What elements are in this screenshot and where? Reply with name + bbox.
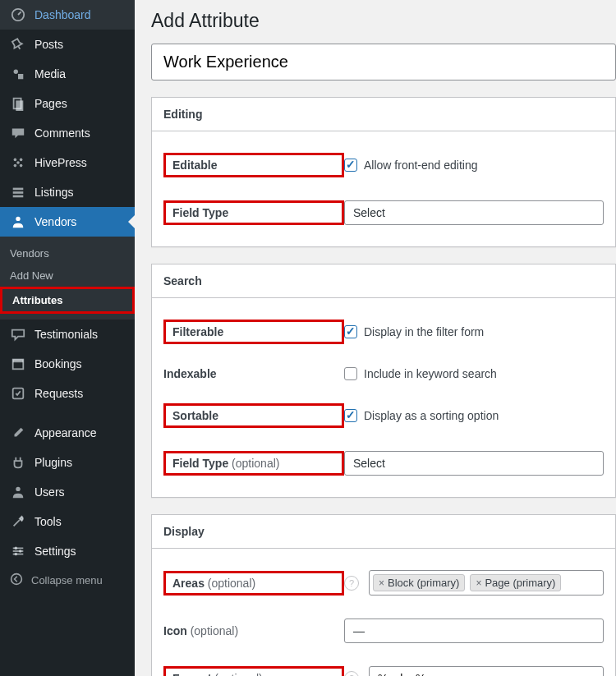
areas-tags-input[interactable]: ×Block (primary) ×Page (primary) [369, 570, 604, 596]
menu-users[interactable]: Users [0, 477, 135, 507]
svg-rect-14 [13, 360, 24, 363]
menu-label: Testimonials [34, 328, 98, 341]
menu-hivepress[interactable]: HivePress [0, 148, 135, 177]
editable-label: Editable [163, 153, 344, 177]
hivepress-icon [10, 154, 26, 171]
area-tag: ×Page (primary) [470, 574, 561, 591]
sortable-checkbox[interactable] [344, 409, 357, 422]
comments-icon [10, 125, 26, 141]
menu-label: HivePress [34, 156, 87, 169]
testimonials-icon [10, 326, 26, 343]
svg-point-12 [16, 217, 20, 221]
indexable-label: Indexable [163, 367, 344, 380]
menu-media[interactable]: Media [0, 59, 135, 89]
display-header: Display [152, 515, 615, 549]
menu-vendors[interactable]: Vendors [0, 207, 135, 237]
settings-icon [10, 543, 26, 559]
listings-icon [10, 184, 26, 200]
svg-point-20 [15, 547, 18, 550]
submenu-vendors-all[interactable]: Vendors [0, 242, 135, 264]
menu-label: Media [34, 67, 66, 80]
menu-label: Settings [34, 545, 76, 558]
sortable-label: Sortable [163, 403, 344, 428]
menu-label: Bookings [34, 357, 82, 370]
collapse-menu[interactable]: Collapse menu [0, 566, 135, 595]
format-label: Format (optional) [163, 666, 344, 676]
indexable-check-label: Include in keyword search [364, 367, 497, 380]
submenu-addnew[interactable]: Add New [0, 264, 135, 287]
plugin-icon [10, 454, 26, 471]
menu-appearance[interactable]: Appearance [0, 418, 135, 448]
submenu-attributes[interactable]: Attributes [0, 287, 135, 314]
menu-label: Users [34, 485, 65, 499]
filterable-checkbox[interactable] [344, 325, 357, 338]
search-fieldtype-label: Field Type (optional) [163, 451, 344, 476]
remove-tag-icon[interactable]: × [476, 577, 481, 589]
fieldtype-label: Field Type [163, 200, 344, 225]
area-tag: ×Block (primary) [373, 574, 465, 591]
brush-icon [10, 425, 26, 441]
menu-label: Listings [34, 186, 73, 199]
sortable-check-label: Display as a sorting option [364, 409, 499, 422]
menu-comments[interactable]: Comments [0, 118, 135, 148]
format-input[interactable] [369, 666, 604, 676]
menu-pages[interactable]: Pages [0, 89, 135, 118]
areas-label: Areas (optional) [163, 571, 344, 596]
svg-rect-9 [13, 188, 24, 191]
collapse-label: Collapse menu [31, 574, 103, 586]
menu-label: Comments [34, 126, 90, 140]
search-header: Search [152, 264, 615, 298]
menu-label: Posts [34, 38, 63, 51]
main-content: Add Attribute Editing Editable Allow fro… [135, 0, 616, 676]
pages-icon [10, 95, 26, 112]
menu-testimonials[interactable]: Testimonials [0, 320, 135, 349]
menu-label: Vendors [34, 215, 76, 228]
svg-point-6 [14, 164, 17, 168]
svg-point-7 [20, 164, 23, 168]
menu-label: Tools [34, 515, 62, 528]
filterable-label: Filterable [163, 320, 344, 344]
svg-point-1 [14, 70, 18, 74]
editing-header: Editing [152, 98, 615, 131]
requests-icon [10, 385, 26, 402]
page-title: Add Attribute [151, 10, 616, 32]
svg-rect-10 [13, 191, 24, 194]
svg-point-4 [14, 159, 17, 162]
icon-label: Icon (optional) [163, 624, 344, 637]
menu-label: Dashboard [34, 8, 91, 21]
menu-tools[interactable]: Tools [0, 507, 135, 536]
menu-label: Appearance [34, 426, 97, 439]
submenu-vendors: Vendors Add New Attributes [0, 237, 135, 320]
svg-point-8 [16, 161, 20, 164]
icon-select[interactable]: — [344, 619, 604, 643]
fieldtype-select[interactable]: Select [344, 200, 604, 225]
attribute-title-input[interactable] [151, 44, 616, 80]
admin-sidebar: Dashboard Posts Media Pages Comments Hiv… [0, 0, 135, 676]
collapse-icon [10, 573, 23, 588]
menu-requests[interactable]: Requests [0, 379, 135, 408]
editable-checkbox[interactable] [344, 159, 357, 172]
menu-bookings[interactable]: Bookings [0, 349, 135, 379]
menu-listings[interactable]: Listings [0, 177, 135, 207]
svg-rect-11 [13, 195, 24, 198]
help-icon[interactable]: ? [344, 576, 359, 591]
svg-point-16 [16, 487, 20, 491]
svg-point-22 [15, 553, 18, 556]
menu-settings[interactable]: Settings [0, 536, 135, 566]
indexable-checkbox[interactable] [344, 367, 357, 380]
users-icon [10, 484, 26, 500]
display-panel: Display Areas (optional) ? ×Block (prima… [151, 514, 616, 676]
remove-tag-icon[interactable]: × [379, 577, 384, 589]
menu-plugins[interactable]: Plugins [0, 448, 135, 477]
tools-icon [10, 513, 26, 530]
vendors-icon [10, 214, 26, 230]
menu-dashboard[interactable]: Dashboard [0, 0, 135, 30]
search-panel: Search Filterable Display in the filter … [151, 264, 616, 498]
svg-point-21 [19, 550, 22, 553]
search-fieldtype-select[interactable]: Select [344, 451, 604, 476]
help-icon[interactable]: ? [344, 671, 359, 676]
menu-posts[interactable]: Posts [0, 30, 135, 59]
menu-label: Requests [34, 387, 83, 400]
svg-rect-3 [16, 100, 23, 111]
calendar-icon [10, 356, 26, 372]
